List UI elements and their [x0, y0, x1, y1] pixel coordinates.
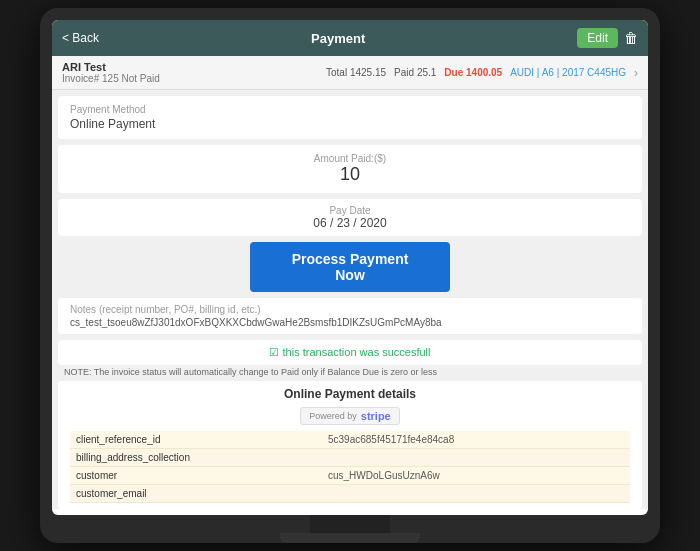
payment-method-section: Payment Method Online Payment: [58, 96, 642, 139]
row-key: billing_address_collection: [70, 449, 322, 467]
row-value: 5c39ac685f45171fe4e84ca8: [322, 431, 630, 449]
date-value: 06 / 23 / 2020: [70, 216, 630, 230]
table-row: customercus_HWDoLGusUznA6w: [70, 467, 630, 485]
row-key: customer: [70, 467, 322, 485]
table-row: client_reference_id5c39ac685f45171fe4e84…: [70, 431, 630, 449]
notes-label: Notes (receipt number, PO#, billing id, …: [70, 304, 630, 315]
row-value: [322, 485, 630, 503]
chevron-right-icon[interactable]: ›: [634, 66, 638, 80]
trash-icon[interactable]: 🗑: [624, 30, 638, 46]
success-message: ☑ this transaction was succesfull: [70, 346, 630, 359]
header-actions: Edit 🗑: [577, 28, 638, 48]
due-amount: Due 1400.05: [444, 67, 502, 78]
success-text: this transaction was succesfull: [283, 346, 431, 358]
table-row: customer_email: [70, 485, 630, 503]
paid-amount: Paid 25.1: [394, 67, 436, 78]
monitor-neck: [310, 515, 390, 533]
amount-section: Amount Paid:($) 10: [58, 145, 642, 193]
invoice-info: ARI Test Invoice# 125 Not Paid: [62, 61, 160, 84]
due-value: 1400.05: [466, 67, 502, 78]
process-payment-button[interactable]: Process Payment Now: [250, 242, 450, 292]
notes-value: cs_test_tsoeu8wZfJ301dxOFxBQXKXCbdwGwaHe…: [70, 317, 630, 328]
paid-label: Paid: [394, 67, 414, 78]
payment-details-table: client_reference_id5c39ac685f45171fe4e84…: [70, 431, 630, 503]
back-label: < Back: [62, 31, 99, 45]
total-amount: Total 1425.15: [326, 67, 386, 78]
success-section: ☑ this transaction was succesfull: [58, 340, 642, 365]
invoice-status: Invoice# 125 Not Paid: [62, 73, 160, 84]
table-row: billing_address_collection: [70, 449, 630, 467]
content: ARI Test Invoice# 125 Not Paid Total 142…: [52, 56, 648, 509]
client-name: ARI Test: [62, 61, 160, 73]
due-label: Due: [444, 67, 463, 78]
payment-method-value: Online Payment: [70, 117, 630, 131]
header-title: Payment: [311, 31, 365, 46]
invoice-amounts: Total 1425.15 Paid 25.1 Due 1400.05 AUDI…: [326, 66, 638, 80]
stripe-text: stripe: [361, 410, 391, 422]
row-value: cus_HWDoLGusUznA6w: [322, 467, 630, 485]
edit-button[interactable]: Edit: [577, 28, 618, 48]
back-button[interactable]: < Back: [62, 31, 99, 45]
total-value: 1425.15: [350, 67, 386, 78]
monitor-base: [52, 515, 648, 543]
date-label: Pay Date: [70, 205, 630, 216]
process-button-container: Process Payment Now: [58, 242, 642, 292]
car-info: AUDI | A6 | 2017 C445HG: [510, 67, 626, 78]
total-label: Total: [326, 67, 347, 78]
success-check-icon: ☑: [269, 346, 279, 358]
header: < Back Payment Edit 🗑: [52, 20, 648, 56]
amount-label: Amount Paid:($): [70, 153, 630, 164]
paid-value: 25.1: [417, 67, 436, 78]
monitor-stand: [280, 533, 420, 543]
payment-details-section: Online Payment details Powered by stripe…: [58, 381, 642, 509]
powered-by-text: Powered by: [309, 411, 357, 421]
notes-section: Notes (receipt number, PO#, billing id, …: [58, 298, 642, 334]
payment-details-title: Online Payment details: [70, 387, 630, 401]
row-key: client_reference_id: [70, 431, 322, 449]
amount-value: 10: [70, 164, 630, 185]
row-value: [322, 449, 630, 467]
stripe-badge-inner: Powered by stripe: [300, 407, 400, 425]
row-key: customer_email: [70, 485, 322, 503]
date-section: Pay Date 06 / 23 / 2020: [58, 199, 642, 236]
invoice-row: ARI Test Invoice# 125 Not Paid Total 142…: [52, 56, 648, 90]
payment-method-label: Payment Method: [70, 104, 630, 115]
stripe-badge: Powered by stripe: [70, 407, 630, 425]
note-text: NOTE: The invoice status will automatica…: [58, 367, 642, 377]
